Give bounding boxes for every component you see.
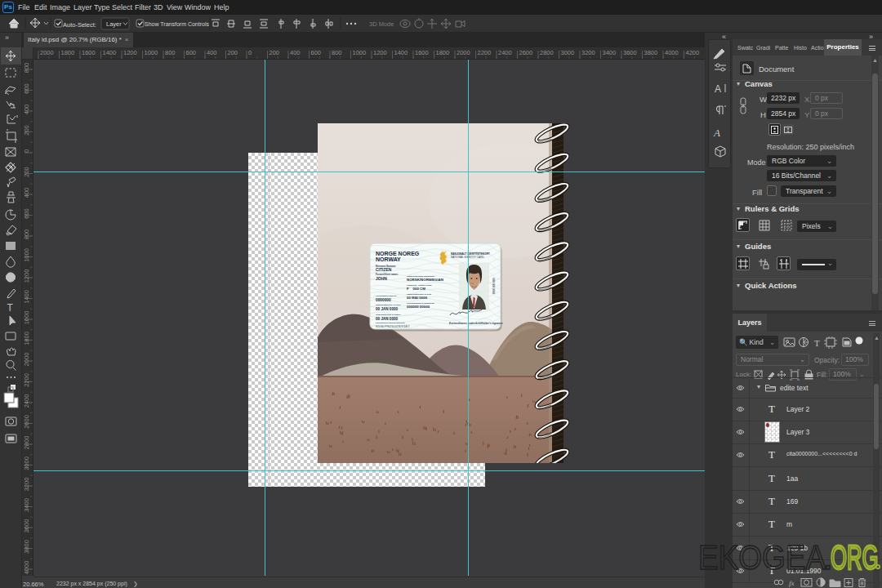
svg-text:400: 400 — [207, 49, 217, 56]
svg-text:0000 000 000: 0000 000 000 — [492, 278, 496, 294]
svg-text:2600: 2600 — [519, 49, 533, 56]
svg-text:A: A — [713, 127, 720, 139]
svg-text:3800: 3800 — [644, 49, 658, 56]
svg-text:800: 800 — [332, 49, 342, 56]
svg-text:1800: 1800 — [23, 332, 30, 345]
svg-text:4000: 4000 — [23, 561, 30, 575]
svg-text:3D Mode: 3D Mode — [369, 20, 394, 28]
svg-text:NORSK/NORWEGIAN: NORSK/NORWEGIAN — [407, 278, 443, 282]
svg-text:600: 600 — [186, 49, 197, 56]
svg-text:400: 400 — [23, 188, 30, 198]
svg-text:NORGE NOREG: NORGE NOREG — [376, 251, 420, 256]
svg-text:2000: 2000 — [457, 49, 470, 56]
svg-text:fx: fx — [789, 579, 795, 587]
svg-text:400: 400 — [23, 105, 30, 115]
svg-text:F 000 CM: F 000 CM — [407, 287, 425, 291]
svg-text:3600: 3600 — [23, 519, 30, 533]
svg-text:00 JAN 0000: 00 JAN 0000 — [376, 317, 399, 321]
svg-text:3200: 3200 — [581, 49, 595, 56]
svg-text:200: 200 — [23, 125, 30, 136]
svg-text:0: 0 — [248, 49, 252, 56]
svg-text:3800: 3800 — [23, 540, 30, 554]
svg-text:600: 600 — [23, 208, 30, 219]
svg-text:2000: 2000 — [23, 353, 30, 367]
svg-text:Kortnummer/Card No.: Kortnummer/Card No. — [376, 295, 397, 297]
svg-text:3600: 3600 — [623, 49, 637, 56]
svg-text:600: 600 — [23, 83, 30, 94]
svg-text:1400: 1400 — [103, 49, 117, 56]
svg-text:00 MAI 0000: 00 MAI 0000 — [407, 296, 428, 300]
svg-text:800: 800 — [23, 229, 30, 240]
svg-text:000000 00000: 000000 00000 — [407, 305, 430, 309]
svg-text:1200: 1200 — [373, 49, 387, 56]
svg-text:200: 200 — [23, 167, 30, 177]
svg-text:1800: 1800 — [61, 49, 75, 56]
svg-text:1200: 1200 — [23, 270, 30, 283]
svg-text:0: 0 — [23, 149, 30, 153]
svg-text:S1G0 PS21L02S/V1E7: S1G0 PS21L02S/V1E7 — [376, 324, 410, 328]
svg-text:1600: 1600 — [415, 49, 429, 56]
svg-text:EKOGEA: EKOGEA — [698, 538, 826, 577]
svg-text:1000: 1000 — [145, 49, 158, 56]
svg-text:1600: 1600 — [82, 49, 96, 56]
svg-text:400: 400 — [290, 49, 301, 56]
svg-text:600: 600 — [311, 49, 322, 56]
svg-text:2400: 2400 — [23, 394, 30, 408]
svg-text:1400: 1400 — [394, 49, 408, 56]
svg-text:2200: 2200 — [23, 373, 30, 387]
svg-text:2800: 2800 — [23, 436, 30, 450]
svg-text:00 JAN 0000: 00 JAN 0000 — [376, 307, 399, 311]
svg-text:JOHN: JOHN — [376, 276, 387, 281]
svg-text:2400: 2400 — [498, 49, 512, 56]
svg-text:800: 800 — [165, 49, 176, 56]
svg-text:NORWAY: NORWAY — [376, 256, 401, 262]
svg-text:3000: 3000 — [561, 49, 575, 56]
svg-text:CITIZEN: CITIZEN — [376, 267, 392, 272]
svg-text:1800: 1800 — [436, 49, 450, 56]
svg-text:4200: 4200 — [686, 49, 700, 56]
svg-text:1400: 1400 — [23, 290, 30, 304]
svg-text:2600: 2600 — [23, 415, 30, 429]
svg-text:800: 800 — [23, 63, 30, 74]
svg-text:3200: 3200 — [23, 478, 30, 492]
svg-text:0000000: 0000000 — [376, 298, 391, 302]
svg-text:T: T — [7, 302, 14, 314]
svg-text:1200: 1200 — [123, 49, 137, 56]
svg-text:2000: 2000 — [40, 49, 54, 56]
svg-text:A: A — [715, 83, 721, 95]
svg-text:Utløpsdato/Date of expiry: Utløpsdato/Date of expiry — [376, 314, 401, 316]
svg-text:2800: 2800 — [540, 49, 554, 56]
svg-text:3400: 3400 — [603, 49, 617, 56]
svg-text:1000: 1000 — [23, 248, 30, 262]
svg-text:200: 200 — [270, 49, 280, 56]
svg-text:Kortinnehavers underskrift/Hol: Kortinnehavers underskrift/Holder’s sign… — [449, 322, 503, 325]
svg-text:1000: 1000 — [353, 49, 367, 56]
svg-text:3000: 3000 — [23, 457, 30, 470]
svg-text:3400: 3400 — [23, 498, 30, 512]
svg-text:4000: 4000 — [665, 49, 679, 56]
svg-text:ORG: ORG — [831, 539, 878, 577]
svg-text:2200: 2200 — [478, 49, 492, 56]
svg-text:Utstedt dato/Date of issue: Utstedt dato/Date of issue — [376, 304, 401, 306]
svg-text:200: 200 — [228, 49, 238, 56]
svg-text:T: T — [814, 338, 820, 348]
svg-text:1600: 1600 — [23, 311, 30, 325]
